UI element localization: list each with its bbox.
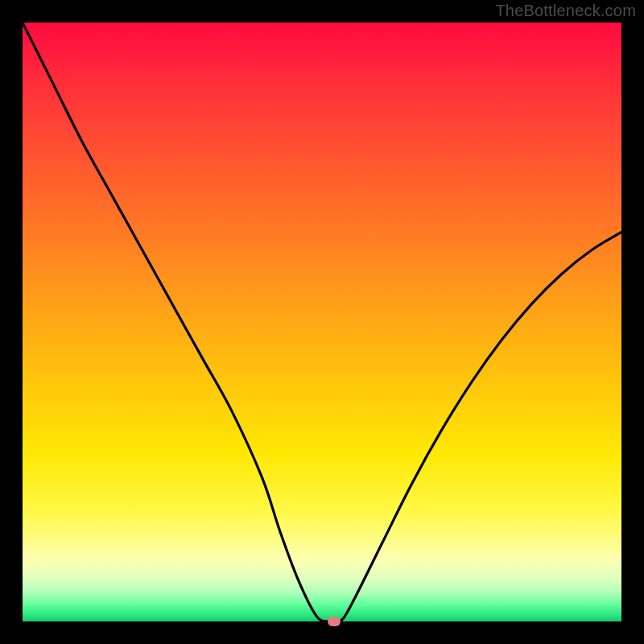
bottleneck-curve-svg (23, 23, 621, 621)
bottleneck-min-marker (328, 617, 341, 626)
bottleneck-curve-path (23, 23, 621, 621)
chart-frame: TheBottleneck.com (0, 0, 644, 644)
watermark-text: TheBottleneck.com (495, 2, 636, 20)
